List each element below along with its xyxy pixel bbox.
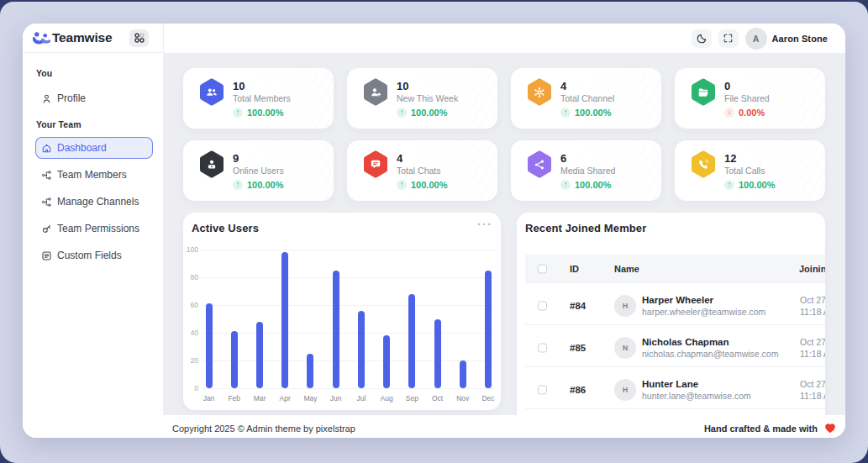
bar-sep	[408, 294, 415, 388]
sidebar-item-label: Profile	[57, 92, 86, 104]
app-window: Teamwise	[23, 24, 845, 438]
gridline	[202, 250, 494, 250]
users-icon	[206, 86, 218, 98]
table-header: ID Name Joining Date	[525, 255, 825, 283]
stat-hexagon	[363, 78, 388, 106]
member-avatar: H	[614, 379, 636, 401]
gridline	[202, 305, 494, 306]
member-email: nicholas.chapman@teamwise.com	[642, 349, 778, 359]
row-checkbox[interactable]	[538, 301, 547, 310]
table-row: #85 N Nicholas Chapman nicholas.chapman@…	[525, 325, 825, 367]
user-avatar[interactable]: A	[745, 28, 767, 50]
column-header-joined: Joining Date	[799, 264, 825, 274]
stat-card-online-users: 9 Online Users ↑ 100.00%	[183, 140, 334, 201]
member-joined: Oct 27, 2025 11:18 AM	[800, 378, 825, 401]
sidebar-item-dashboard[interactable]: Dashboard	[35, 137, 153, 159]
stat-card-total-channel: 4 Total Channel ↑ 100.00%	[511, 68, 661, 129]
stat-card-total-members: 10 Total Members ↑ 100.00%	[183, 68, 334, 129]
fullscreen-button[interactable]	[718, 29, 739, 48]
phone-icon	[697, 158, 710, 171]
trend-up-icon: ↑	[397, 180, 407, 190]
table-row: #86 H Hunter Lane hunter.lane@teamwise.c…	[525, 367, 825, 409]
dark-mode-button[interactable]	[692, 29, 712, 48]
stat-card-media-shared: 6 Media Shared ↑ 100.00%	[511, 140, 661, 201]
y-axis-tick: 40	[183, 329, 198, 337]
bar-apr	[281, 252, 288, 388]
member-avatar: N	[614, 337, 636, 359]
select-all-checkbox[interactable]	[538, 264, 547, 273]
stat-change: ↓ 0.00%	[724, 108, 770, 118]
stat-card-file-shared: 0 File Shared ↓ 0.00%	[675, 68, 825, 129]
x-axis-label: May	[296, 394, 324, 402]
stat-label: Total Chats	[397, 166, 447, 176]
stats-grid: 10 Total Members ↑ 100.00%	[183, 68, 825, 201]
stat-label: File Shared	[724, 93, 770, 104]
stat-change: ↑ 100.00%	[233, 180, 284, 190]
sidebar-item-team-members[interactable]: Team Members	[23, 164, 163, 186]
sidebar-item-label: Custom Fields	[57, 250, 122, 261]
user-initial: A	[753, 34, 760, 44]
sidebar-item-label: Team Members	[57, 169, 127, 181]
sidebar-item-team-permissions[interactable]: Team Permissions	[23, 218, 163, 239]
user-name[interactable]: Aaron Stone	[772, 34, 829, 44]
teamwise-logo-icon	[33, 32, 50, 45]
member-name: Harper Wheeler	[642, 295, 765, 306]
x-axis-label: Sep	[397, 394, 426, 402]
stat-change: ↑ 100.00%	[560, 108, 614, 118]
member-email: harper.wheeler@teamwise.com	[642, 307, 765, 317]
stat-value: 10	[233, 80, 291, 92]
charts-row: Active Users ··· JanFebMarAprMayJunJulAu…	[183, 213, 825, 415]
stat-change: ↑ 100.00%	[560, 180, 615, 190]
table-row: #84 H Harper Wheeler harper.wheeler@team…	[525, 283, 825, 325]
sidebar-item-custom-fields[interactable]: Custom Fields	[23, 245, 163, 266]
trend-up-icon: ↑	[560, 108, 571, 118]
stat-change: ↑ 100.00%	[397, 108, 458, 118]
gridline	[202, 277, 494, 278]
member-cell: H Harper Wheeler harper.wheeler@teamwise…	[614, 295, 765, 317]
stat-hexagon	[527, 150, 552, 178]
sidebar-item-profile[interactable]: Profile	[23, 86, 163, 111]
member-email: hunter.lane@teamwise.com	[642, 391, 751, 401]
stat-card-total-chats: 4 Total Chats ↑ 100.00%	[347, 140, 497, 201]
home-icon	[41, 143, 52, 154]
chart-menu-button[interactable]: ···	[477, 216, 492, 233]
sidebar-section-your-team: Your Team	[36, 119, 163, 129]
stat-value: 10	[397, 80, 458, 92]
y-axis-tick: 100	[183, 245, 198, 254]
recent-members-card: Recent Joined Member ID Name Joining Dat…	[517, 213, 825, 415]
sidebar-toggle-button[interactable]	[129, 29, 149, 47]
gridline	[202, 388, 494, 389]
hierarchy-icon	[41, 170, 52, 181]
stat-change: ↑ 100.00%	[724, 180, 775, 190]
sidebar-item-manage-channels[interactable]: Manage Channels	[23, 191, 163, 213]
stat-label: Total Members	[233, 93, 291, 104]
hierarchy-icon	[41, 197, 52, 208]
folder-icon	[697, 86, 710, 98]
member-cell: N Nicholas Chapman nicholas.chapman@team…	[614, 337, 778, 359]
user-icon	[41, 93, 52, 104]
bar-nov	[460, 360, 466, 388]
member-joined: Oct 27, 2025 11:18 AM	[800, 336, 825, 359]
stat-value: 0	[724, 80, 770, 92]
key-icon	[41, 224, 52, 234]
bar-dec	[485, 271, 492, 388]
bar-feb	[231, 331, 238, 388]
stat-change: ↑ 100.00%	[233, 108, 291, 118]
logo-bar: Teamwise	[23, 24, 164, 53]
gridline	[202, 333, 494, 334]
trend-down-icon: ↓	[724, 108, 734, 118]
row-checkbox[interactable]	[538, 385, 547, 394]
row-checkbox[interactable]	[538, 343, 547, 352]
stat-hexagon	[199, 150, 224, 178]
stat-label: Online Users	[233, 166, 284, 176]
moon-icon	[696, 33, 708, 45]
stat-label: Total Channel	[560, 93, 614, 104]
sidebar-item-label: Manage Channels	[57, 196, 139, 208]
sidebar-item-label: Team Permissions	[57, 223, 139, 234]
trend-up-icon: ↑	[724, 180, 734, 190]
brand-name: Teamwise	[52, 30, 112, 45]
member-id: #84	[570, 301, 586, 311]
trend-up-icon: ↑	[560, 180, 571, 190]
sidebar-item-label: Dashboard	[57, 142, 107, 154]
y-axis-tick: 20	[183, 356, 198, 365]
